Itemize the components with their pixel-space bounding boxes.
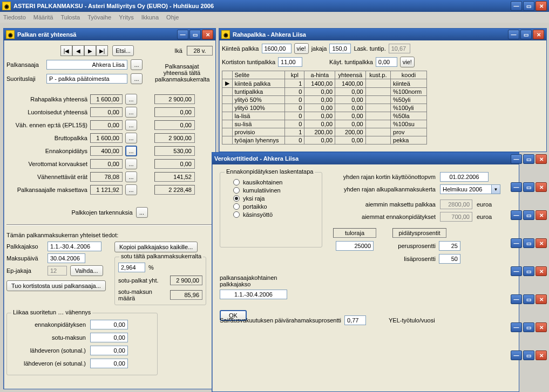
close-button[interactable]: ✕ [536, 238, 547, 248]
minimize-button[interactable]: — [511, 210, 522, 220]
close-button[interactable]: ✕ [536, 266, 547, 276]
minimize-button[interactable]: — [511, 182, 522, 192]
close-button[interactable]: ✕ [536, 322, 547, 332]
suorituslaji-input[interactable]: P - palkka päätoimesta [46, 74, 127, 84]
tuo-button[interactable]: Tuo kortistosta uusi palkansaaja... [6, 280, 106, 291]
menu-maarita[interactable]: Määritä [33, 14, 53, 20]
table-row[interactable]: tuntipalkka 0 0,00 0,00 %100norm [222, 88, 427, 96]
radio-käsinsyöttö[interactable]: käsinsyöttö [233, 211, 318, 218]
menu-ohje[interactable]: Ohje [166, 14, 179, 20]
etsi-button[interactable]: Etsi... [112, 45, 134, 56]
menu-tulosta[interactable]: Tulosta [60, 14, 80, 20]
radio-kausikohtainen[interactable]: kausikohtainen [233, 179, 318, 185]
suorituslaji-more-button[interactable]: ... [131, 73, 143, 84]
minimize-button[interactable]: — [511, 238, 522, 248]
table-row[interactable]: ylityö 50% 0 0,00 0,00 %50yli [222, 96, 427, 104]
tuloraja-input[interactable]: 25000 [336, 241, 374, 251]
lisa-input[interactable]: 50 [439, 254, 460, 264]
row-more-button[interactable]: ... [125, 133, 137, 143]
app-minimize-button[interactable]: — [511, 1, 522, 11]
lask-label: Lask. tuntip. [354, 45, 385, 52]
table-row[interactable]: ylityö 100% 0 0,00 0,00 %100yli [222, 104, 427, 112]
close-button[interactable]: ✕ [536, 154, 547, 164]
liikaa-input[interactable]: 0,00 [90, 333, 128, 342]
menu-yritys[interactable]: Yritys [119, 14, 134, 20]
maximize-button[interactable]: ▭ [523, 210, 534, 220]
row-more-button[interactable]: ... [125, 171, 137, 182]
close-button[interactable]: ✕ [536, 210, 547, 220]
row-more-button[interactable]: ... [125, 159, 137, 169]
menu-tyovaihe[interactable]: Työvaihe [87, 14, 111, 20]
kayt-input[interactable]: 0,00 [376, 57, 397, 67]
row-more-button[interactable]: ... [125, 184, 137, 195]
maksupaiva-input[interactable]: 30.04.2006 [48, 253, 85, 263]
table-row[interactable]: su-lisä 0 0,00 0,00 %100su [222, 120, 427, 128]
nav-next-button[interactable]: ▶ [84, 45, 96, 56]
vaihda-button[interactable]: Vaihda... [70, 265, 103, 276]
radio-portaikko[interactable]: portaikko [233, 203, 318, 210]
app-maximize-button[interactable]: ▭ [523, 1, 534, 11]
maximize-button[interactable]: ▭ [523, 350, 534, 360]
liikaa-input[interactable]: 0,00 [90, 359, 128, 368]
radio-kumulatiivinen[interactable]: kumulatiivinen [233, 187, 318, 194]
sair-input[interactable]: 0,77 [344, 315, 366, 325]
nav-last-button[interactable]: ▶| [96, 45, 108, 56]
palkansaaja-more-button[interactable]: ... [131, 59, 143, 70]
tarkennuksia-button[interactable]: ... [136, 207, 148, 218]
row-value1: 0,00 [90, 107, 123, 117]
sotu-pct-input[interactable]: 2,964 [118, 263, 145, 272]
pjakso-input[interactable]: 1.1.-30.4.2006 [220, 290, 287, 299]
nav-prev-button[interactable]: ◀ [72, 45, 84, 56]
close-button[interactable]: ✕ [202, 30, 213, 39]
maximize-button[interactable]: ▭ [523, 154, 534, 164]
app-close-button[interactable]: ✕ [536, 1, 547, 11]
wage-grid[interactable]: Selite kpl a-hinta yhteensä kust.p. kood… [222, 71, 427, 145]
palkkajakso-input[interactable]: 1.1.-30.4..2006 [48, 242, 101, 251]
nav-first-button[interactable]: |◀ [60, 45, 72, 56]
vie2-button[interactable]: vie! [400, 57, 415, 67]
maximize-button[interactable]: ▭ [189, 30, 201, 39]
maximize-button[interactable]: ▭ [523, 266, 534, 276]
maximize-button[interactable]: ▭ [523, 238, 534, 248]
alku-combo[interactable]: Helmikuu 2006 ▼ [440, 184, 500, 194]
palkkajakso-label: Palkkajakso [6, 243, 44, 250]
menu-tiedosto[interactable]: Tiedosto [3, 14, 26, 20]
maximize-button[interactable]: ▭ [523, 294, 534, 304]
close-button[interactable]: ✕ [536, 182, 547, 192]
maximize-button[interactable]: ▭ [523, 322, 534, 332]
minimize-button[interactable]: — [511, 266, 522, 276]
row-more-button[interactable]: ... [125, 94, 137, 105]
maximize-button[interactable]: ▭ [520, 30, 532, 39]
minimize-button[interactable]: — [511, 154, 522, 164]
palkansaaja-input[interactable]: Ahkera Liisa [46, 60, 127, 70]
maximize-button[interactable]: ▭ [523, 182, 534, 192]
minimize-button[interactable]: — [511, 294, 522, 304]
kiintea-input[interactable]: 1600,00 [262, 44, 292, 53]
kopioi-button[interactable]: Kopioi palkkajakso kaikille... [114, 242, 198, 252]
row-more-button[interactable]: ... [125, 107, 137, 118]
ika-value: 28 v. [187, 46, 213, 56]
close-button[interactable]: ✕ [536, 294, 547, 304]
radio-yksi raja[interactable]: yksi raja [233, 195, 318, 202]
window-palkan-erat: ◉ Palkan erät yhteensä — ▭ ✕ |◀ ◀ ▶ ▶| E… [3, 28, 216, 389]
table-row[interactable]: provisio 1 200,00 200,00 prov [222, 128, 427, 136]
close-button[interactable]: ✕ [536, 350, 547, 360]
row-more-button[interactable]: ... [125, 146, 137, 156]
jakaja-input[interactable]: 150,0 [329, 44, 351, 53]
kortiston-input[interactable]: 11,00 [278, 57, 302, 67]
table-row[interactable]: la-lisä 0 0,00 0,00 %50la [222, 112, 427, 120]
liikaa-input[interactable]: 0,00 [90, 346, 128, 355]
perus-input[interactable]: 25 [439, 241, 460, 251]
minimize-button[interactable]: — [511, 350, 522, 360]
minimize-button[interactable]: — [511, 322, 522, 332]
menu-ikkuna[interactable]: Ikkuna [141, 14, 159, 20]
table-row[interactable]: ▶ kiinteä palkka 1 1400,00 1400,00 kiint… [222, 79, 427, 88]
table-row[interactable]: työajan lyhennys 0 0,00 0,00 pekka [222, 136, 427, 145]
vie-button[interactable]: vie! [294, 43, 309, 54]
liikaa-input[interactable]: 0,00 [90, 320, 128, 329]
minimize-button[interactable]: — [508, 30, 519, 39]
row-more-button[interactable]: ... [125, 120, 137, 130]
minimize-button[interactable]: — [177, 30, 188, 39]
kayttoonotto-input[interactable]: 01.02.2006 [440, 172, 489, 182]
close-button[interactable]: ✕ [533, 30, 544, 39]
